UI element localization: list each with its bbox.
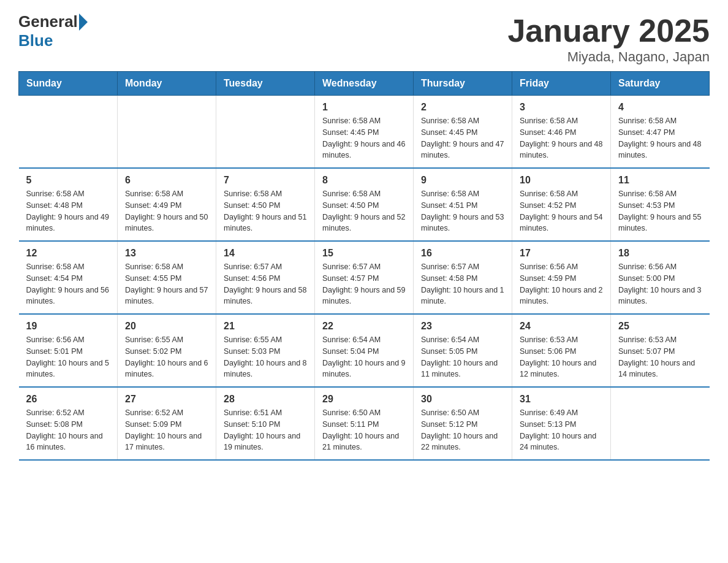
calendar-cell: 18Sunrise: 6:56 AM Sunset: 5:00 PM Dayli… — [611, 241, 710, 314]
day-info: Sunrise: 6:55 AM Sunset: 5:02 PM Dayligh… — [125, 334, 208, 380]
day-of-week-header: Saturday — [611, 72, 710, 96]
day-info: Sunrise: 6:58 AM Sunset: 4:48 PM Dayligh… — [26, 188, 110, 234]
day-number: 30 — [421, 394, 504, 405]
calendar-cell: 13Sunrise: 6:58 AM Sunset: 4:55 PM Dayli… — [118, 241, 216, 314]
day-of-week-header: Monday — [118, 72, 216, 96]
calendar-cell: 17Sunrise: 6:56 AM Sunset: 4:59 PM Dayli… — [512, 241, 611, 314]
day-info: Sunrise: 6:58 AM Sunset: 4:53 PM Dayligh… — [618, 188, 702, 234]
calendar-title: January 2025 — [507, 12, 710, 49]
day-info: Sunrise: 6:58 AM Sunset: 4:50 PM Dayligh… — [224, 188, 307, 234]
logo-triangle-icon — [79, 13, 88, 31]
day-info: Sunrise: 6:58 AM Sunset: 4:50 PM Dayligh… — [322, 188, 406, 234]
calendar-cell: 20Sunrise: 6:55 AM Sunset: 5:02 PM Dayli… — [118, 314, 216, 387]
calendar-week-row: 12Sunrise: 6:58 AM Sunset: 4:54 PM Dayli… — [19, 241, 710, 314]
calendar-week-row: 1Sunrise: 6:58 AM Sunset: 4:45 PM Daylig… — [19, 96, 710, 169]
title-block: January 2025 Miyada, Nagano, Japan — [507, 12, 710, 65]
day-of-week-header: Tuesday — [216, 72, 315, 96]
day-info: Sunrise: 6:56 AM Sunset: 5:00 PM Dayligh… — [618, 261, 702, 307]
calendar-cell: 29Sunrise: 6:50 AM Sunset: 5:11 PM Dayli… — [315, 387, 414, 460]
day-info: Sunrise: 6:54 AM Sunset: 5:05 PM Dayligh… — [421, 334, 504, 380]
day-number: 18 — [618, 248, 702, 259]
calendar-cell: 27Sunrise: 6:52 AM Sunset: 5:09 PM Dayli… — [118, 387, 216, 460]
day-number: 7 — [224, 175, 307, 186]
day-number: 5 — [26, 175, 110, 186]
day-of-week-header: Friday — [512, 72, 611, 96]
day-number: 21 — [224, 321, 307, 332]
day-number: 9 — [421, 175, 504, 186]
calendar-subtitle: Miyada, Nagano, Japan — [507, 49, 710, 65]
day-info: Sunrise: 6:55 AM Sunset: 5:03 PM Dayligh… — [224, 334, 307, 380]
day-number: 4 — [618, 102, 702, 113]
calendar-cell: 9Sunrise: 6:58 AM Sunset: 4:51 PM Daylig… — [414, 168, 512, 241]
day-number: 31 — [520, 394, 603, 405]
calendar-cell — [118, 96, 216, 169]
day-number: 20 — [125, 321, 208, 332]
calendar-cell: 4Sunrise: 6:58 AM Sunset: 4:47 PM Daylig… — [611, 96, 710, 169]
day-info: Sunrise: 6:56 AM Sunset: 4:59 PM Dayligh… — [520, 261, 603, 307]
day-number: 22 — [322, 321, 406, 332]
day-info: Sunrise: 6:58 AM Sunset: 4:52 PM Dayligh… — [520, 188, 603, 234]
day-info: Sunrise: 6:51 AM Sunset: 5:10 PM Dayligh… — [224, 407, 307, 453]
day-info: Sunrise: 6:50 AM Sunset: 5:11 PM Dayligh… — [322, 407, 406, 453]
calendar-cell: 12Sunrise: 6:58 AM Sunset: 4:54 PM Dayli… — [19, 241, 118, 314]
day-of-week-header: Sunday — [19, 72, 118, 96]
day-number: 15 — [322, 248, 406, 259]
day-info: Sunrise: 6:58 AM Sunset: 4:45 PM Dayligh… — [421, 115, 504, 161]
calendar-cell: 19Sunrise: 6:56 AM Sunset: 5:01 PM Dayli… — [19, 314, 118, 387]
day-info: Sunrise: 6:58 AM Sunset: 4:45 PM Dayligh… — [322, 115, 406, 161]
logo-general-text: General — [18, 12, 78, 31]
calendar-cell: 25Sunrise: 6:53 AM Sunset: 5:07 PM Dayli… — [611, 314, 710, 387]
day-info: Sunrise: 6:49 AM Sunset: 5:13 PM Dayligh… — [520, 407, 603, 453]
calendar-table: SundayMondayTuesdayWednesdayThursdayFrid… — [18, 71, 710, 461]
day-number: 26 — [26, 394, 110, 405]
day-info: Sunrise: 6:57 AM Sunset: 4:57 PM Dayligh… — [322, 261, 406, 307]
day-info: Sunrise: 6:58 AM Sunset: 4:49 PM Dayligh… — [125, 188, 208, 234]
day-number: 8 — [322, 175, 406, 186]
calendar-week-row: 19Sunrise: 6:56 AM Sunset: 5:01 PM Dayli… — [19, 314, 710, 387]
calendar-header-row: SundayMondayTuesdayWednesdayThursdayFrid… — [19, 72, 710, 96]
calendar-cell: 8Sunrise: 6:58 AM Sunset: 4:50 PM Daylig… — [315, 168, 414, 241]
calendar-cell: 22Sunrise: 6:54 AM Sunset: 5:04 PM Dayli… — [315, 314, 414, 387]
day-info: Sunrise: 6:52 AM Sunset: 5:08 PM Dayligh… — [26, 407, 110, 453]
day-info: Sunrise: 6:50 AM Sunset: 5:12 PM Dayligh… — [421, 407, 504, 453]
calendar-cell: 11Sunrise: 6:58 AM Sunset: 4:53 PM Dayli… — [611, 168, 710, 241]
day-of-week-header: Wednesday — [315, 72, 414, 96]
day-number: 28 — [224, 394, 307, 405]
calendar-week-row: 5Sunrise: 6:58 AM Sunset: 4:48 PM Daylig… — [19, 168, 710, 241]
calendar-cell — [19, 96, 118, 169]
day-info: Sunrise: 6:58 AM Sunset: 4:51 PM Dayligh… — [421, 188, 504, 234]
day-number: 13 — [125, 248, 208, 259]
day-info: Sunrise: 6:54 AM Sunset: 5:04 PM Dayligh… — [322, 334, 406, 380]
calendar-cell: 24Sunrise: 6:53 AM Sunset: 5:06 PM Dayli… — [512, 314, 611, 387]
day-info: Sunrise: 6:56 AM Sunset: 5:01 PM Dayligh… — [26, 334, 110, 380]
day-of-week-header: Thursday — [414, 72, 512, 96]
logo: General Blue — [18, 12, 89, 50]
calendar-cell: 21Sunrise: 6:55 AM Sunset: 5:03 PM Dayli… — [216, 314, 315, 387]
calendar-cell: 1Sunrise: 6:58 AM Sunset: 4:45 PM Daylig… — [315, 96, 414, 169]
logo-blue-text: Blue — [18, 31, 53, 50]
day-number: 1 — [322, 102, 406, 113]
day-info: Sunrise: 6:53 AM Sunset: 5:07 PM Dayligh… — [618, 334, 702, 380]
day-number: 19 — [26, 321, 110, 332]
day-number: 11 — [618, 175, 702, 186]
day-info: Sunrise: 6:57 AM Sunset: 4:58 PM Dayligh… — [421, 261, 504, 307]
calendar-cell: 15Sunrise: 6:57 AM Sunset: 4:57 PM Dayli… — [315, 241, 414, 314]
day-info: Sunrise: 6:57 AM Sunset: 4:56 PM Dayligh… — [224, 261, 307, 307]
day-info: Sunrise: 6:58 AM Sunset: 4:46 PM Dayligh… — [520, 115, 603, 161]
calendar-cell: 6Sunrise: 6:58 AM Sunset: 4:49 PM Daylig… — [118, 168, 216, 241]
calendar-cell — [611, 387, 710, 460]
page-header: General Blue January 2025 Miyada, Nagano… — [18, 12, 710, 65]
day-info: Sunrise: 6:58 AM Sunset: 4:47 PM Dayligh… — [618, 115, 702, 161]
day-number: 3 — [520, 102, 603, 113]
calendar-cell: 7Sunrise: 6:58 AM Sunset: 4:50 PM Daylig… — [216, 168, 315, 241]
day-number: 12 — [26, 248, 110, 259]
day-number: 16 — [421, 248, 504, 259]
day-info: Sunrise: 6:58 AM Sunset: 4:55 PM Dayligh… — [125, 261, 208, 307]
calendar-cell: 23Sunrise: 6:54 AM Sunset: 5:05 PM Dayli… — [414, 314, 512, 387]
day-number: 29 — [322, 394, 406, 405]
calendar-cell: 2Sunrise: 6:58 AM Sunset: 4:45 PM Daylig… — [414, 96, 512, 169]
day-number: 14 — [224, 248, 307, 259]
day-number: 27 — [125, 394, 208, 405]
day-number: 23 — [421, 321, 504, 332]
day-info: Sunrise: 6:58 AM Sunset: 4:54 PM Dayligh… — [26, 261, 110, 307]
